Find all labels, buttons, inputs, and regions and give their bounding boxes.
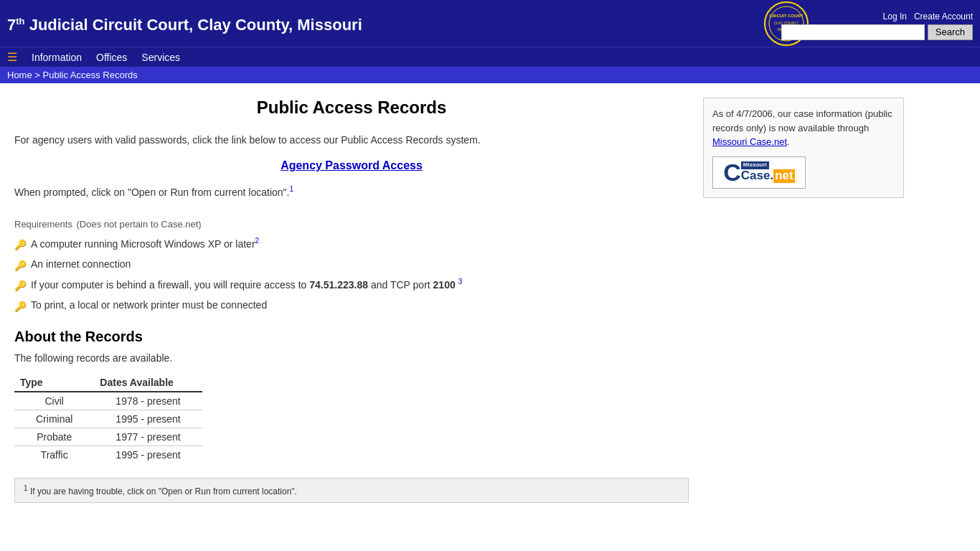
list-item: 🔑 A computer running Microsoft Windows X…: [14, 235, 689, 253]
title-sup: th: [16, 16, 24, 27]
about-intro: The following records are available.: [14, 352, 689, 364]
req-icon-4: 🔑: [14, 298, 27, 314]
table-row: Civil1978 - present: [14, 392, 202, 410]
cell-dates: 1995 - present: [94, 446, 202, 464]
cell-type: Traffic: [14, 446, 94, 464]
req-footnote-3: 3: [458, 278, 463, 286]
req-icon-3: 🔑: [14, 278, 27, 293]
header-links: Log In Create Account: [883, 11, 973, 22]
main-content: Public Access Records For agency users w…: [0, 83, 918, 517]
prompt-main: When prompted, click on "Open or Run fro…: [14, 187, 289, 198]
cell-type: Criminal: [14, 410, 94, 428]
prompt-footnote-ref: 1: [289, 185, 293, 193]
casenet-link[interactable]: Missouri Case.net: [712, 136, 787, 147]
casenet-description: As of 4/7/2006, our case information (pu…: [712, 107, 895, 149]
cell-dates: 1978 - present: [94, 392, 202, 410]
tcp-port: 2100: [433, 279, 456, 291]
footnote-text: If you are having trouble, click on "Ope…: [30, 486, 297, 496]
casenet-case-text: Case.: [741, 169, 773, 183]
search-button[interactable]: Search: [928, 24, 973, 40]
casenet-logo-stack: Missouri Case.net: [741, 161, 795, 182]
sidebar: As of 4/7/2006, our case information (pu…: [703, 98, 904, 503]
casenet-logo[interactable]: C Missouri Case.net: [712, 156, 806, 189]
intro-text: For agency users with valid passwords, c…: [14, 132, 689, 148]
header-right: Log In Create Account Search: [781, 11, 973, 40]
records-table: Type Dates Available Civil1978 - present…: [14, 374, 202, 463]
breadcrumb-home[interactable]: Home: [7, 70, 32, 80]
firewall-ip: 74.51.223.88: [309, 279, 368, 291]
table-row: Probate1977 - present: [14, 428, 202, 446]
casenet-net-text: net: [773, 169, 795, 183]
about-heading: About the Records: [14, 329, 689, 345]
site-header: 7th Judicial Circuit Court, Clay County,…: [0, 0, 980, 47]
search-input[interactable]: [781, 24, 925, 40]
table-row: Criminal1995 - present: [14, 410, 202, 428]
agency-password-access-link[interactable]: Agency Password Access: [14, 159, 689, 172]
site-title-link[interactable]: 7th Judicial Circuit Court, Clay County,…: [7, 16, 362, 34]
header-left: 7th Judicial Circuit Court, Clay County,…: [7, 16, 362, 34]
nav-item-services[interactable]: Services: [141, 52, 180, 63]
content-area: Public Access Records For agency users w…: [14, 98, 689, 503]
col-dates: Dates Available: [94, 374, 202, 392]
casenet-logo-casenet: Case.net: [741, 169, 795, 183]
breadcrumb-separator: >: [32, 70, 43, 80]
list-item: 🔑 An internet connection: [14, 256, 689, 273]
cell-type: Probate: [14, 428, 94, 446]
hamburger-menu-icon[interactable]: ☰: [7, 50, 17, 64]
requirements-subheading: (Does not pertain to Case.net): [77, 219, 202, 230]
req-icon-2: 🔑: [14, 258, 27, 273]
cell-type: Civil: [14, 392, 94, 410]
cell-dates: 1995 - present: [94, 410, 202, 428]
requirements-heading: Requirements (Does not pertain to Case.n…: [14, 215, 689, 231]
req-text-3: If your computer is behind a firewall, y…: [31, 276, 462, 293]
page-title: Public Access Records: [14, 98, 689, 118]
req-text-4: To print, a local or network printer mus…: [31, 297, 267, 313]
col-type: Type: [14, 374, 94, 392]
breadcrumb-current: Public Access Records: [43, 70, 138, 80]
req-text-1: A computer running Microsoft Windows XP …: [31, 235, 259, 252]
footnote-number: 1: [24, 484, 28, 492]
title-main: Judicial Circuit Court, Clay County, Mis…: [25, 17, 362, 34]
title-prefix: 7: [7, 17, 16, 34]
prompt-text: When prompted, click on "Open or Run fro…: [14, 184, 689, 200]
search-bar: Search: [781, 24, 973, 40]
table-header-row: Type Dates Available: [14, 374, 202, 392]
casenet-logo-c-letter: C: [723, 160, 741, 184]
nav-item-offices[interactable]: Offices: [96, 52, 127, 63]
req-footnote-1: 2: [255, 237, 260, 245]
list-item: 🔑 If your computer is behind a firewall,…: [14, 276, 689, 293]
casenet-text1: As of 4/7/2006, our case information (pu…: [712, 108, 892, 133]
req-icon-1: 🔑: [14, 237, 27, 253]
requirements-list: 🔑 A computer running Microsoft Windows X…: [14, 235, 689, 314]
create-account-link[interactable]: Create Account: [914, 11, 973, 22]
footnote-area: 1 If you are having trouble, click on "O…: [14, 478, 689, 503]
cell-dates: 1977 - present: [94, 428, 202, 446]
records-tbody: Civil1978 - presentCriminal1995 - presen…: [14, 392, 202, 463]
table-row: Traffic1995 - present: [14, 446, 202, 464]
nav-item-information[interactable]: Information: [32, 52, 82, 63]
casenet-box: As of 4/7/2006, our case information (pu…: [703, 98, 904, 198]
navigation-bar: ☰ Information Offices Services: [0, 47, 980, 67]
list-item: 🔑 To print, a local or network printer m…: [14, 297, 689, 314]
breadcrumb: Home > Public Access Records: [0, 67, 980, 83]
casenet-text2: .: [787, 136, 790, 147]
login-link[interactable]: Log In: [883, 11, 907, 22]
req-text-2: An internet connection: [31, 256, 131, 272]
